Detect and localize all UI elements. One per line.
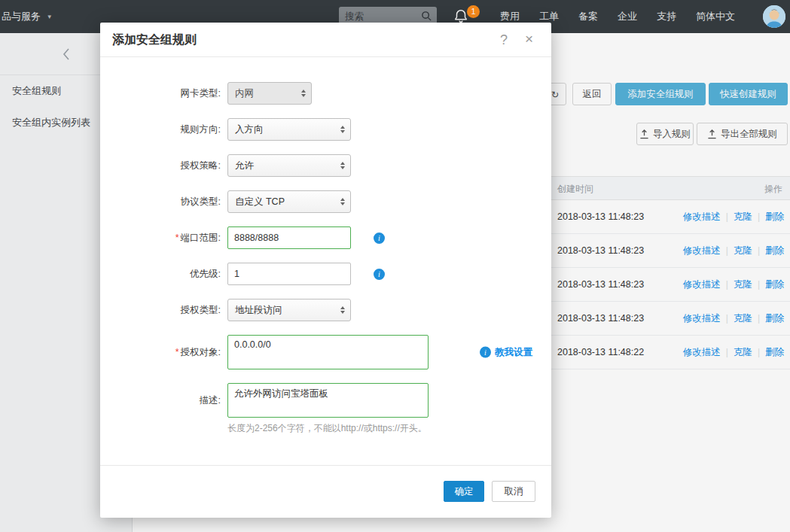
form-row-auth-type: 授权类型: 地址段访问 [100,299,551,321]
info-icon[interactable]: i [374,233,385,244]
form-row-nic-type: 网卡类型: 内网 [100,82,551,105]
select-value: 自定义 TCP [235,196,285,207]
auth-target-textarea[interactable]: 0.0.0.0/0 [227,335,429,369]
form-row-protocol-type: 协议类型: 自定义 TCP [100,190,551,213]
teach-me-setup-label: 教我设置 [495,346,532,359]
description-textarea[interactable]: 允许外网访问宝塔面板 [227,383,429,418]
form-row-auth-target: *授权对象: 0.0.0.0/0 i 教我设置 [100,335,551,369]
auth-policy-label: 授权策略: [100,160,221,172]
add-security-group-rule-modal: 添加安全组规则 ? × 网卡类型: 内网 规则方向: 入方向 授权策略: [100,23,551,518]
port-range-label: *端口范围: [100,232,221,245]
form-row-port-range: *端口范围: i [100,226,551,249]
select-value: 入方向 [235,124,264,135]
auth-target-label: *授权对象: [100,346,221,359]
close-icon[interactable]: × [525,32,533,47]
nic-type-select[interactable]: 内网 [227,82,312,105]
confirm-button[interactable]: 确定 [444,481,484,502]
cancel-button[interactable]: 取消 [492,481,535,502]
protocol-type-select[interactable]: 自定义 TCP [227,190,351,213]
page: 品与服务 ▼ 1 费用 工单 备案 企业 支持 简体中文 安全组规则 安全组内实… [0,0,790,532]
modal-title: 添加安全组规则 [112,23,197,57]
auth-policy-select[interactable]: 允许 [227,154,351,177]
auth-type-label: 授权类型: [100,304,221,317]
info-icon[interactable]: i [374,269,385,280]
select-caret-icon [340,126,345,133]
auth-type-select[interactable]: 地址段访问 [227,299,351,321]
select-value: 内网 [235,88,254,99]
modal-header: 添加安全组规则 ? × [100,23,551,57]
required-mark: * [175,233,179,243]
select-caret-icon [301,90,306,97]
description-hint: 长度为2-256个字符，不能以http://或https://开头。 [100,422,551,435]
help-icon[interactable]: ? [500,32,508,47]
select-caret-icon [340,306,345,314]
modal-footer: 确定 取消 [100,465,551,518]
info-icon: i [480,347,491,358]
port-range-input[interactable] [227,226,351,249]
form-row-auth-policy: 授权策略: 允许 [100,154,551,177]
description-label: 描述: [100,394,221,407]
priority-input[interactable] [227,263,351,285]
select-value: 地址段访问 [235,305,282,315]
nic-type-label: 网卡类型: [100,87,221,100]
form-row-rule-direction: 规则方向: 入方向 [100,118,551,141]
select-caret-icon [340,162,345,169]
modal-body: 网卡类型: 内网 规则方向: 入方向 授权策略: 允许 [100,57,551,435]
required-mark: * [175,347,179,357]
rule-direction-select[interactable]: 入方向 [227,118,351,141]
priority-label: 优先级: [100,268,221,281]
select-caret-icon [340,198,345,205]
teach-me-setup-link[interactable]: i 教我设置 [480,346,532,359]
form-row-description: 描述: 允许外网访问宝塔面板 [100,383,551,418]
select-value: 允许 [235,160,254,171]
form-row-priority: 优先级: i [100,263,551,285]
rule-direction-label: 规则方向: [100,123,221,136]
protocol-type-label: 协议类型: [100,196,221,208]
